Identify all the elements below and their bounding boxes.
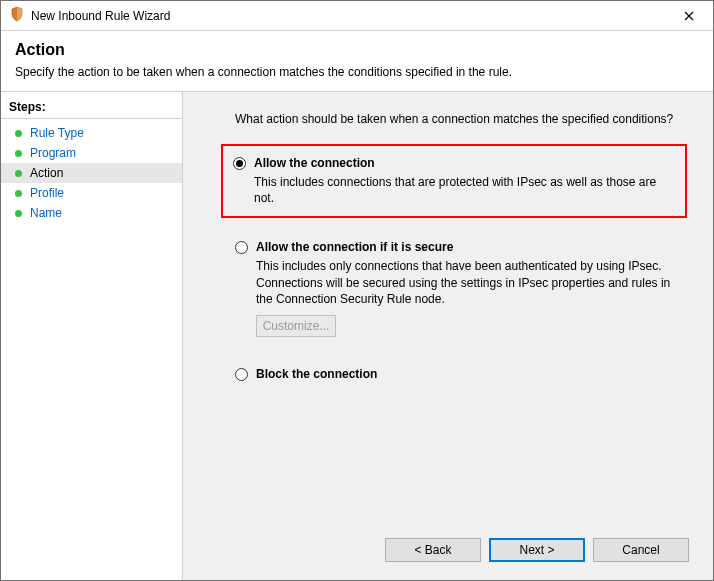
bullet-icon (15, 130, 22, 137)
option-desc: This includes connections that are prote… (254, 174, 677, 206)
wizard-body: Steps: Rule Type Program Action Profile (1, 92, 713, 580)
next-button[interactable]: Next > (489, 538, 585, 562)
question-text: What action should be taken when a conne… (235, 112, 695, 126)
step-label: Profile (30, 186, 64, 200)
steps-list: Rule Type Program Action Profile Name (1, 119, 182, 223)
step-label: Program (30, 146, 76, 160)
close-button[interactable] (673, 4, 705, 28)
step-program[interactable]: Program (1, 143, 182, 163)
option-allow: Allow the connection This includes conne… (221, 144, 687, 218)
step-rule-type[interactable]: Rule Type (1, 123, 182, 143)
bullet-icon (15, 190, 22, 197)
step-profile[interactable]: Profile (1, 183, 182, 203)
radio-row-allow[interactable]: Allow the connection (233, 156, 677, 170)
radio-row-block[interactable]: Block the connection (235, 367, 687, 381)
step-label: Rule Type (30, 126, 84, 140)
radio-allow-secure[interactable] (235, 241, 248, 254)
cancel-button[interactable]: Cancel (593, 538, 689, 562)
wizard-header: Action Specify the action to be taken wh… (1, 31, 713, 92)
wizard-window: New Inbound Rule Wizard Action Specify t… (0, 0, 714, 581)
window-title: New Inbound Rule Wizard (31, 9, 673, 23)
main-panel: What action should be taken when a conne… (183, 92, 713, 580)
step-action[interactable]: Action (1, 163, 182, 183)
bullet-icon (15, 170, 22, 177)
option-block: Block the connection (227, 359, 695, 389)
option-desc: This includes only connections that have… (256, 258, 687, 307)
bullet-icon (15, 150, 22, 157)
customize-button: Customize... (256, 315, 336, 337)
back-button[interactable]: < Back (385, 538, 481, 562)
bullet-icon (15, 210, 22, 217)
titlebar: New Inbound Rule Wizard (1, 1, 713, 31)
radio-block[interactable] (235, 368, 248, 381)
steps-heading: Steps: (1, 98, 182, 119)
page-title: Action (15, 41, 699, 59)
steps-panel: Steps: Rule Type Program Action Profile (1, 92, 183, 580)
option-label: Block the connection (256, 367, 377, 381)
option-label: Allow the connection (254, 156, 375, 170)
option-allow-secure: Allow the connection if it is secure Thi… (227, 232, 695, 345)
app-icon (9, 6, 25, 25)
step-label: Action (30, 166, 63, 180)
radio-row-allow-secure[interactable]: Allow the connection if it is secure (235, 240, 687, 254)
step-name[interactable]: Name (1, 203, 182, 223)
radio-allow[interactable] (233, 157, 246, 170)
option-label: Allow the connection if it is secure (256, 240, 453, 254)
step-label: Name (30, 206, 62, 220)
page-subtitle: Specify the action to be taken when a co… (15, 65, 699, 79)
button-row: < Back Next > Cancel (201, 528, 695, 568)
